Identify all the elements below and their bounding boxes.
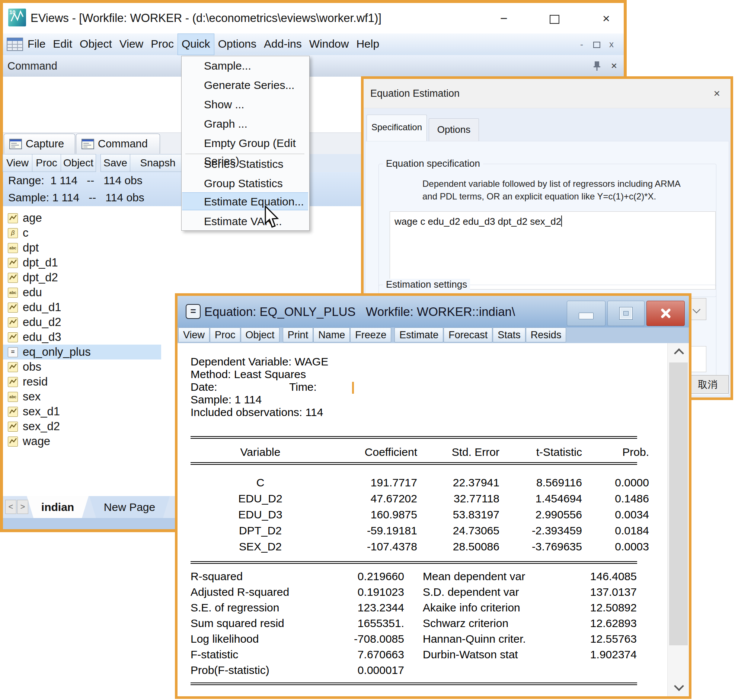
table-row: EDU_D247.6720232.771181.4546940.1486: [191, 491, 649, 506]
stats-row: F-statistic7.670663Durbin-Watson stat1.9…: [191, 647, 637, 662]
quick-menu-item-show[interactable]: Show ...: [182, 96, 308, 113]
snapshot-button[interactable]: Snapsh: [130, 154, 186, 172]
quick-menu-item-estimate-equation[interactable]: Estimate Equation...: [182, 193, 308, 210]
menu-item-options[interactable]: Options: [215, 34, 260, 55]
spec-help-line1: Dependent variable followed by list of r…: [422, 179, 681, 189]
menu-item-addins[interactable]: Add-ins: [260, 34, 306, 55]
equation-spec-group-label: Equation specification: [383, 158, 483, 169]
dialog-close-icon[interactable]: ×: [713, 79, 720, 108]
page-scroll-right-button[interactable]: >: [17, 500, 28, 514]
object-button[interactable]: Object: [241, 328, 279, 343]
scrollbar-thumb[interactable]: [669, 362, 688, 645]
resids-button[interactable]: Resids: [526, 328, 566, 343]
command-panel-close-icon[interactable]: ×: [611, 55, 617, 76]
series-icon: [8, 332, 18, 343]
equation-window: = Equation: EQ_ONLY_PLUS Workfile: WORKE…: [175, 293, 691, 699]
estimate-button[interactable]: Estimate: [394, 328, 443, 343]
menu-item-view[interactable]: View: [116, 34, 147, 55]
chevron-down-icon: [692, 306, 700, 313]
quick-menu-item-generate-series[interactable]: Generate Series...: [182, 76, 308, 94]
menu-item-help[interactable]: Help: [353, 34, 383, 55]
alpha-icon: abc: [8, 243, 18, 253]
save-button[interactable]: Save: [100, 154, 130, 172]
stats-row: S.E. of regression123.2344Akaike info cr…: [191, 600, 637, 616]
tab-options[interactable]: Options: [429, 118, 479, 141]
quick-menu-item-sample[interactable]: Sample...: [182, 57, 308, 75]
series-icon: [8, 258, 18, 268]
tab-indian[interactable]: indian: [27, 496, 88, 518]
mdi-close-button[interactable]: x: [605, 34, 618, 55]
eviews-logo-icon: 10: [8, 9, 26, 26]
menu-item-proc[interactable]: Proc: [147, 34, 178, 55]
mouse-cursor-icon: [264, 206, 281, 228]
close-icon: [659, 307, 672, 320]
command-window-icon: [81, 139, 94, 149]
print-button[interactable]: Print: [283, 328, 313, 343]
menu-item-window[interactable]: Window: [306, 34, 353, 55]
forecast-button[interactable]: Forecast: [444, 328, 492, 343]
date-time-line: Date:Time:: [191, 381, 354, 394]
menu-item-edit[interactable]: Edit: [49, 34, 76, 55]
object-button[interactable]: Object: [61, 154, 96, 172]
table-rule: [191, 561, 637, 564]
tab-new-page[interactable]: New Page: [89, 496, 170, 518]
series-icon: [8, 437, 18, 447]
view-button[interactable]: View: [3, 154, 32, 172]
equation-restore-button[interactable]: [607, 301, 645, 326]
equation-close-button[interactable]: [647, 301, 685, 326]
menu-item-quick[interactable]: Quick: [178, 34, 215, 55]
sample-line: Sample: 1 114: [191, 393, 262, 406]
scroll-down-icon[interactable]: [674, 681, 684, 691]
scroll-up-icon[interactable]: [674, 349, 684, 358]
quick-menu-item-graph[interactable]: Graph ...: [182, 115, 308, 133]
dependent-variable-line: Dependent Variable: WAGE: [191, 355, 328, 368]
equation-icon: =: [8, 347, 18, 357]
mdi-restore-button[interactable]: [590, 34, 603, 55]
spec-help-line2: and PDL terms, OR an explicit equation l…: [422, 191, 656, 202]
proc-button[interactable]: Proc: [210, 328, 240, 343]
pin-icon[interactable]: [592, 61, 601, 71]
tab-command[interactable]: Command: [76, 134, 160, 154]
beta-icon: β: [8, 228, 18, 238]
table-rule: [191, 436, 637, 439]
series-icon: [8, 362, 18, 372]
menu-item-object[interactable]: Object: [76, 34, 116, 55]
maximize-button[interactable]: [547, 3, 562, 34]
stats-row: Prob(F-statistic)0.000017: [191, 662, 637, 678]
stats-button[interactable]: Stats: [493, 328, 525, 343]
date-label: Date:: [191, 381, 289, 393]
specification-textarea[interactable]: wage c edu_d2 edu_d3 dpt_d2 sex_d2: [390, 211, 716, 290]
view-button[interactable]: View: [178, 328, 210, 343]
command-panel-header: Command ×: [3, 55, 624, 77]
minimize-button[interactable]: −: [497, 3, 512, 34]
page-scroll-left-button[interactable]: <: [5, 500, 16, 514]
tab-capture[interactable]: Capture: [4, 134, 75, 154]
series-icon: [8, 303, 18, 313]
mdi-minimize-button[interactable]: -: [575, 34, 588, 55]
method-line: Method: Least Squares: [191, 368, 306, 381]
specification-text: wage c edu_d2 edu_d3 dpt_d2 sex_d2: [394, 216, 561, 227]
cancel-button[interactable]: 取消: [686, 375, 729, 394]
quick-menu-item-group-statistics[interactable]: Group Statistics: [182, 175, 308, 193]
quick-menu-item-series-statistics[interactable]: Series Statistics: [182, 155, 308, 173]
quick-menu-item-estimate-var[interactable]: Estimate VAR...: [182, 212, 308, 230]
alpha-icon: abc: [8, 288, 18, 298]
dialog-title-bar: Equation Estimation ×: [364, 79, 731, 108]
freeze-button[interactable]: Freeze: [350, 328, 391, 343]
command-panel-title: Command: [7, 55, 57, 76]
series-icon: [8, 318, 18, 328]
regression-output: Dependent Variable: WAGE Method: Least S…: [178, 343, 667, 696]
vertical-scrollbar[interactable]: [667, 343, 689, 696]
workfile-object-eq_only_plus[interactable]: =eq_only_plus: [3, 345, 161, 359]
close-button[interactable]: ×: [599, 3, 614, 34]
proc-button[interactable]: Proc: [32, 154, 61, 172]
tab-specification[interactable]: Specification: [367, 115, 427, 141]
menu-item-file[interactable]: File: [24, 34, 49, 55]
equation-minimize-button[interactable]: [567, 301, 606, 326]
screen: 10 EViews - [Workfile: WORKER - (d:\econ…: [0, 0, 735, 700]
quick-menu-item-empty-group[interactable]: Empty Group (Edit Series): [182, 134, 308, 152]
quick-menu: Sample... Generate Series... Show ... Gr…: [181, 56, 310, 231]
series-icon: [8, 422, 18, 432]
table-row: EDU_D3160.987553.831972.9905560.0034: [191, 507, 649, 522]
name-button[interactable]: Name: [313, 328, 350, 343]
